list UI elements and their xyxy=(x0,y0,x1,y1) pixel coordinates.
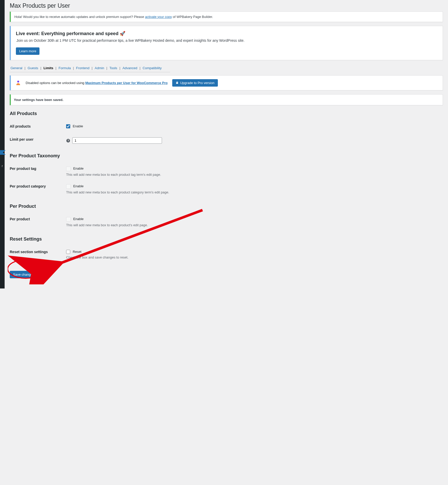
per-tag-enable-label: Enable xyxy=(66,167,84,170)
form-table-reset: Reset section settings Reset Check the b… xyxy=(10,246,443,263)
row-per-product-tag: Per product tag Enable This will add new… xyxy=(10,163,443,180)
notice-live-event: Live event: Everything performance and s… xyxy=(10,26,443,60)
tab-tools[interactable]: Tools xyxy=(109,66,118,70)
activate-copy-link[interactable]: activate your copy xyxy=(145,15,172,19)
notice-text: of WPBakery Page Builder. xyxy=(172,15,213,19)
rocket-icon: 🚀 xyxy=(120,31,125,36)
user-icon xyxy=(15,80,21,86)
submit-wrap: Save changes xyxy=(10,271,443,278)
per-tag-enable-checkbox xyxy=(66,167,71,171)
label-per-product-tag: Per product tag xyxy=(10,163,64,180)
all-products-enable-checkbox[interactable] xyxy=(66,124,70,128)
tab-limits[interactable]: Limits xyxy=(43,66,54,70)
row-all-products: All products Enable xyxy=(10,120,443,133)
saved-text: Your settings have been saved. xyxy=(14,98,440,102)
learn-more-button[interactable]: Learn more xyxy=(16,47,39,55)
reset-text: Reset xyxy=(73,250,82,254)
label-per-product: Per product xyxy=(10,213,64,231)
settings-tabs: General | Guests | Limits | Formula | Fr… xyxy=(10,66,170,72)
per-product-enable-label: Enable xyxy=(66,217,84,221)
enable-text: Enable xyxy=(73,184,84,188)
pro-link[interactable]: Maximum Products per User for WooCommerc… xyxy=(85,81,168,85)
per-cat-enable-checkbox xyxy=(66,184,71,189)
section-reset-heading: Reset Settings xyxy=(10,236,443,242)
form-table-all-products: All products Enable Limit per user ? xyxy=(10,120,443,148)
reset-checkbox[interactable] xyxy=(66,250,70,254)
save-changes-button[interactable]: Save changes xyxy=(10,271,37,278)
admin-sidebar: r xyxy=(0,0,5,288)
tab-compatibility[interactable]: Compatibility xyxy=(142,66,162,70)
form-table-per-taxonomy: Per product tag Enable This will add new… xyxy=(10,163,443,198)
reset-label[interactable]: Reset xyxy=(66,250,82,254)
section-all-products-heading: All Products xyxy=(10,111,443,116)
form-table-per-product: Per product Enable This will add new met… xyxy=(10,213,443,231)
per-cat-enable-label: Enable xyxy=(66,184,84,188)
help-icon[interactable]: ? xyxy=(66,139,70,143)
section-per-product-heading: Per Product xyxy=(10,204,443,209)
row-per-product: Per product Enable This will add new met… xyxy=(10,213,443,231)
tab-admin[interactable]: Admin xyxy=(94,66,105,70)
page-wrap: r Max Products per User Hola! Would you … xyxy=(0,0,448,288)
row-limit-per-user: Limit per user ? xyxy=(10,133,443,148)
per-product-description: This will add new meta box to each produ… xyxy=(66,223,440,227)
limit-per-user-input[interactable] xyxy=(72,137,162,144)
event-title: Live event: Everything performance and s… xyxy=(16,31,437,36)
row-per-product-category: Per product category Enable This will ad… xyxy=(10,180,443,198)
tab-guests[interactable]: Guests xyxy=(27,66,39,70)
main-content: Max Products per User Hola! Would you li… xyxy=(5,0,448,288)
sidebar-item-fragment[interactable]: r xyxy=(0,162,5,170)
pro-text-pre: Disabled options can be unlocked using xyxy=(26,81,85,85)
reset-description: Check the box and save changes to reset. xyxy=(66,255,440,259)
section-per-taxonomy-heading: Per Product Taxonomy xyxy=(10,153,443,159)
per-product-enable-checkbox xyxy=(66,217,71,222)
per-cat-description: This will add new meta box to each produ… xyxy=(66,190,440,194)
per-tag-description: This will add new meta box to each produ… xyxy=(66,173,440,177)
tab-frontend[interactable]: Frontend xyxy=(75,66,90,70)
label-reset-section: Reset section settings xyxy=(10,246,64,263)
label-per-product-category: Per product category xyxy=(10,180,64,198)
tab-general[interactable]: General xyxy=(10,66,23,70)
tab-advanced[interactable]: Advanced xyxy=(122,66,138,70)
enable-text: Enable xyxy=(73,124,83,128)
notice-activate-license: Hola! Would you like to receive automati… xyxy=(10,12,443,22)
label-all-products: All products xyxy=(10,120,64,133)
notice-settings-saved: Your settings have been saved. xyxy=(10,94,443,105)
event-title-text: Live event: Everything performance and s… xyxy=(16,31,120,36)
pro-text: Disabled options can be unlocked using M… xyxy=(26,81,168,85)
svg-point-1 xyxy=(17,81,19,82)
unlock-icon xyxy=(176,81,179,85)
enable-text: Enable xyxy=(73,167,84,170)
tab-formula[interactable]: Formula xyxy=(58,66,72,70)
svg-marker-0 xyxy=(0,150,6,155)
upgrade-button-label: Upgrade to Pro version xyxy=(180,81,215,85)
upgrade-pro-button[interactable]: Upgrade to Pro version xyxy=(172,79,218,87)
page-title: Max Products per User xyxy=(10,0,443,10)
notice-text: Hola! Would you like to receive automati… xyxy=(14,15,145,19)
svg-text:?: ? xyxy=(67,139,69,142)
all-products-enable-label[interactable]: Enable xyxy=(66,124,83,128)
row-reset-section: Reset section settings Reset Check the b… xyxy=(10,246,443,263)
notice-pro-upsell: Disabled options can be unlocked using M… xyxy=(10,75,443,90)
enable-text: Enable xyxy=(73,217,84,221)
event-body: Join us on October 30th at 1 PM UTC for … xyxy=(16,37,437,44)
label-limit-per-user: Limit per user xyxy=(10,133,64,148)
